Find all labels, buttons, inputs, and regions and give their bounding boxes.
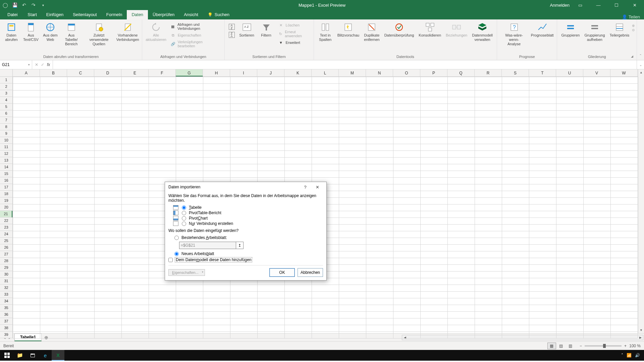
option-table-row[interactable]: Tabelle — [168, 205, 323, 210]
row-header[interactable]: 26 — [0, 244, 12, 251]
select-all-corner[interactable] — [0, 69, 13, 77]
search-box[interactable]: 💡 Suchen — [203, 10, 234, 19]
row-header[interactable]: 23 — [0, 224, 12, 231]
option-new-radio[interactable] — [174, 252, 179, 256]
column-header[interactable]: A — [13, 69, 40, 76]
row-header[interactable]: 7 — [0, 117, 12, 124]
from-table-button[interactable]: Aus Tabelle/ Bereich — [60, 20, 82, 47]
row-header[interactable]: 31 — [0, 278, 12, 285]
row-header[interactable]: 32 — [0, 285, 12, 291]
consolidate-button[interactable]: Konsolidieren — [417, 20, 443, 38]
option-existing-radio[interactable] — [174, 236, 179, 240]
column-header[interactable]: M — [339, 69, 366, 76]
minimize-button[interactable]: — — [591, 0, 606, 10]
row-header[interactable]: 2 — [0, 83, 12, 90]
dialog-help-button[interactable]: ? — [300, 183, 311, 191]
view-layout-button[interactable]: ▤ — [557, 343, 566, 349]
taskbar-explorer-icon[interactable]: 📁 — [13, 350, 26, 361]
row-header[interactable]: 5 — [0, 104, 12, 110]
fx-icon[interactable]: fx — [47, 62, 50, 67]
queries-conn-button[interactable]: ▦Abfragen und Verbindungen — [168, 22, 222, 31]
option-table-radio[interactable] — [182, 205, 186, 210]
tab-file[interactable]: Datei — [2, 10, 23, 19]
option-existing-row[interactable]: Bestehendes Arbeitsblatt: — [168, 235, 323, 240]
column-header[interactable]: L — [312, 69, 339, 76]
tray-up-icon[interactable]: ˄ — [621, 353, 623, 358]
row-header[interactable]: 39 — [0, 331, 12, 338]
row-header[interactable]: 29 — [0, 264, 12, 271]
add-model-checkbox[interactable] — [168, 258, 173, 262]
row-header[interactable]: 20 — [0, 204, 12, 211]
tab-insert[interactable]: Einfügen — [42, 10, 68, 19]
column-header[interactable]: P — [420, 69, 447, 76]
column-header[interactable]: C — [67, 69, 94, 76]
taskbar-app1-icon[interactable]: 🗔 — [26, 350, 39, 361]
taskbar-edge-icon[interactable]: e — [39, 350, 52, 361]
column-header[interactable]: O — [393, 69, 420, 76]
column-header[interactable]: K — [284, 69, 312, 76]
column-header[interactable]: R — [475, 69, 502, 76]
existing-conn-button[interactable]: Vorhandene Verbindungen — [115, 20, 140, 43]
row-header[interactable]: 17 — [0, 184, 12, 191]
dialog-close-button[interactable]: ✕ — [312, 183, 323, 191]
data-model-button[interactable]: Datenmodell verwalten — [470, 20, 495, 43]
row-headers[interactable]: 1234567891011121314151617181920212223242… — [0, 77, 13, 338]
row-header[interactable]: 3 — [0, 90, 12, 97]
column-header[interactable]: F — [149, 69, 176, 76]
signin-link[interactable]: Anmelden — [550, 3, 570, 8]
row-header[interactable]: 35 — [0, 305, 12, 311]
from-web-button[interactable]: Aus dem Web — [41, 20, 60, 43]
autosave-icon[interactable]: ◯ — [2, 2, 9, 8]
outline-launcher-icon[interactable]: ◢ — [630, 55, 634, 59]
option-conn-row[interactable]: Nur Verbindung erstellen — [168, 221, 323, 226]
group-button[interactable]: Gruppieren — [559, 20, 582, 38]
option-pivot-radio[interactable] — [182, 211, 186, 215]
what-if-button[interactable]: ? Was-wäre-wenn- Analyse — [499, 20, 529, 47]
row-header[interactable]: 19 — [0, 197, 12, 204]
row-header[interactable]: 1 — [0, 77, 12, 83]
name-box[interactable]: G21 — [0, 60, 32, 69]
tab-formulas[interactable]: Formeln — [102, 10, 127, 19]
column-header[interactable]: D — [94, 69, 121, 76]
column-header[interactable]: Q — [447, 69, 475, 76]
view-normal-button[interactable]: ▦ — [547, 343, 556, 349]
tab-view[interactable]: Ansicht — [179, 10, 203, 19]
option-conn-radio[interactable] — [182, 222, 186, 226]
recent-sources-button[interactable]: Zuletzt verwendete Quellen — [83, 20, 115, 47]
column-header[interactable]: W — [610, 69, 638, 76]
get-data-button[interactable]: Daten abrufen — [2, 20, 21, 43]
save-icon[interactable]: 💾 — [11, 2, 18, 8]
redo-icon[interactable]: ↷ — [30, 2, 37, 8]
column-header[interactable]: B — [40, 69, 67, 76]
scroll-down-icon[interactable]: ▼ — [638, 327, 644, 333]
share-button[interactable]: Teilen — [629, 14, 640, 19]
ok-button[interactable]: OK — [269, 268, 295, 277]
vertical-scrollbar[interactable]: ▲ ▼ — [638, 69, 644, 333]
ungroup-button[interactable]: Gruppierung aufheben — [582, 20, 607, 43]
row-header[interactable]: 28 — [0, 258, 12, 264]
column-header[interactable]: I — [230, 69, 257, 76]
start-button[interactable] — [1, 350, 13, 361]
taskbar-excel-icon[interactable]: X — [52, 350, 64, 361]
option-new-row[interactable]: Neues Arbeitsblatt — [168, 251, 323, 256]
row-header[interactable]: 27 — [0, 251, 12, 258]
sort-asc-button[interactable]: AZ — [227, 23, 237, 31]
column-header[interactable]: V — [583, 69, 610, 76]
refresh-all-button[interactable]: Alle aktualisieren — [144, 20, 168, 43]
formula-input[interactable] — [53, 60, 637, 69]
sort-button[interactable]: A Z Sortieren — [237, 20, 256, 38]
row-header[interactable]: 34 — [0, 298, 12, 305]
column-header[interactable]: E — [121, 69, 149, 76]
column-header[interactable]: U — [556, 69, 583, 76]
scroll-up-icon[interactable]: ▲ — [638, 69, 644, 75]
collapse-ref-button[interactable]: ↥ — [236, 242, 244, 249]
row-header[interactable]: 18 — [0, 191, 12, 197]
option-chart-radio[interactable] — [182, 216, 186, 221]
zoom-value[interactable]: 100 % — [629, 344, 641, 348]
row-header[interactable]: 30 — [0, 271, 12, 278]
forecast-sheet-button[interactable]: Prognoseblatt — [530, 20, 555, 38]
row-header[interactable]: 22 — [0, 218, 12, 224]
row-header[interactable]: 12 — [0, 150, 12, 157]
advanced-filter-button[interactable]: ▼Erweitert — [276, 39, 312, 46]
flash-fill-button[interactable]: Blitzvorschau — [335, 20, 361, 38]
